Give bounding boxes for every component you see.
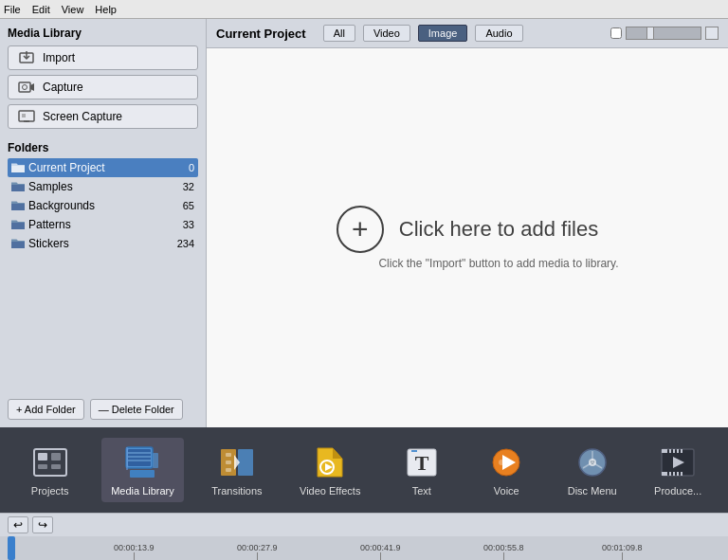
svg-rect-46 — [681, 449, 682, 453]
toolbar-projects[interactable]: Projects — [17, 438, 83, 502]
timeline-ruler[interactable]: 00:00:13.9 00:00:27.9 00:00:41.9 00:00:5… — [0, 536, 728, 560]
folder-stickers-name: Stickers — [28, 237, 168, 250]
toolbar-media-library[interactable]: Media Library — [101, 438, 184, 502]
folders-title: Folders — [8, 141, 198, 154]
content-body[interactable]: + Click here to add files Click the "Imp… — [207, 48, 728, 427]
add-folder-button[interactable]: + Add Folder — [8, 399, 84, 420]
svg-point-4 — [23, 85, 27, 90]
filter-image[interactable]: Image — [418, 25, 468, 42]
folder-samples-count: 32 — [172, 181, 194, 192]
content-area: Current Project All Video Image Audio + … — [207, 19, 728, 427]
folder-samples-name: Samples — [28, 180, 168, 193]
folder-current-project[interactable]: Current Project 0 — [8, 158, 198, 177]
size-slider[interactable] — [626, 27, 701, 40]
voice-icon — [487, 443, 525, 481]
folder-current-project-name: Current Project — [28, 161, 168, 174]
sidebar-footer: + Add Folder — Delete Folder — [8, 391, 198, 427]
toolbar-disc-menu[interactable]: Disc Menu — [558, 438, 627, 502]
timeline-marker-5: 00:01:09.8 — [602, 543, 643, 560]
delete-folder-button[interactable]: — Delete Folder — [90, 399, 183, 420]
svg-rect-47 — [662, 472, 667, 476]
video-effects-icon — [311, 443, 349, 481]
timeline-area: ↩ ↪ 00:00:13.9 00:00:27.9 00:00:41.9 00:… — [0, 513, 728, 560]
produce-icon — [659, 443, 697, 481]
svg-rect-26 — [226, 461, 231, 464]
svg-rect-15 — [128, 449, 151, 466]
folder-backgrounds-count: 65 — [172, 200, 194, 211]
svg-rect-13 — [51, 464, 61, 469]
svg-rect-2 — [19, 82, 30, 92]
menu-file[interactable]: File — [4, 4, 21, 15]
main-layout: Media Library Import Capture — [0, 19, 728, 427]
folder-samples[interactable]: Samples 32 — [8, 177, 198, 196]
timeline-tick-4 — [503, 552, 504, 560]
toolbar-voice[interactable]: Voice — [473, 438, 539, 502]
svg-rect-49 — [673, 472, 675, 476]
timeline-scrubber[interactable] — [8, 536, 15, 560]
folder-stickers-count: 234 — [172, 238, 194, 249]
capture-button[interactable]: Capture — [8, 75, 198, 99]
timeline-tick-5 — [622, 552, 623, 560]
import-icon — [18, 51, 35, 64]
projects-icon — [31, 443, 69, 481]
svg-rect-23 — [238, 449, 253, 476]
folder-patterns[interactable]: Patterns 33 — [8, 215, 198, 234]
svg-rect-11 — [51, 453, 61, 461]
add-circle-icon: + — [337, 206, 384, 253]
svg-rect-21 — [126, 447, 128, 470]
menu-help[interactable]: Help — [95, 4, 117, 15]
folder-current-project-count: 0 — [172, 162, 194, 173]
add-files-area: + Click here to add files Click the "Imp… — [316, 206, 618, 270]
folder-icon — [11, 200, 25, 211]
timeline-tick-3 — [380, 552, 381, 560]
folder-stickers[interactable]: Stickers 234 — [8, 234, 198, 253]
toolbar-disc-menu-label: Disc Menu — [568, 485, 617, 497]
svg-rect-19 — [153, 453, 158, 468]
toolbar-transitions-label: Transitions — [211, 485, 262, 497]
capture-icon — [18, 81, 35, 94]
size-square — [705, 27, 719, 40]
undo-redo: ↩ ↪ — [0, 514, 728, 536]
toolbar-video-effects[interactable]: Video Effects — [290, 438, 370, 502]
undo-button[interactable]: ↩ — [8, 516, 28, 533]
content-title: Current Project — [216, 27, 306, 41]
timeline-marker-1: 00:00:13.9 — [114, 543, 155, 560]
sidebar-title: Media Library — [8, 27, 198, 40]
svg-point-37 — [499, 460, 504, 465]
toolbar-voice-label: Voice — [494, 485, 519, 497]
size-checkbox[interactable] — [610, 27, 622, 39]
menu-view[interactable]: View — [62, 4, 84, 15]
folder-backgrounds[interactable]: Backgrounds 65 — [8, 196, 198, 215]
folders-section: Folders Current Project 0 — [8, 141, 198, 253]
filter-all[interactable]: All — [323, 25, 355, 42]
svg-rect-10 — [38, 453, 47, 461]
text-icon: T — [403, 443, 441, 481]
folder-icon — [11, 181, 25, 192]
toolbar-media-library-label: Media Library — [111, 485, 174, 497]
filter-video[interactable]: Video — [363, 25, 410, 42]
toolbar-text[interactable]: T Text — [389, 438, 455, 502]
svg-rect-27 — [226, 468, 231, 472]
add-files-row: + Click here to add files — [337, 206, 598, 253]
svg-rect-25 — [226, 453, 231, 457]
folder-backgrounds-name: Backgrounds — [28, 199, 168, 212]
svg-rect-8 — [22, 114, 26, 117]
svg-rect-43 — [669, 449, 671, 453]
toolbar-produce[interactable]: Produce... — [645, 438, 711, 502]
folder-patterns-name: Patterns — [28, 218, 168, 231]
filter-audio[interactable]: Audio — [475, 25, 522, 42]
menu-bar: File Edit View Help — [0, 0, 728, 19]
redo-button[interactable]: ↪ — [32, 516, 53, 533]
svg-rect-42 — [662, 449, 667, 453]
screen-capture-button[interactable]: Screen Capture — [8, 104, 198, 129]
add-files-main-text: Click here to add files — [399, 217, 598, 242]
menu-edit[interactable]: Edit — [32, 4, 50, 15]
transitions-icon — [218, 443, 256, 481]
import-button[interactable]: Import — [8, 45, 198, 70]
timeline-tick-1 — [134, 552, 135, 560]
svg-rect-12 — [38, 464, 47, 469]
toolbar-transitions[interactable]: Transitions — [202, 438, 271, 502]
svg-rect-45 — [677, 449, 679, 453]
toolbar-text-label: Text — [412, 485, 431, 497]
size-control — [610, 27, 719, 40]
